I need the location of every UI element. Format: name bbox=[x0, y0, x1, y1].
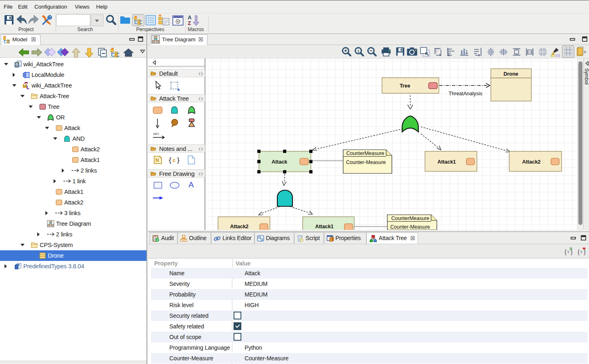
svg-text:CounterMeasure: CounterMeasure bbox=[346, 151, 384, 156]
svg-text:Attack: Attack bbox=[272, 159, 287, 165]
svg-text:Attack2: Attack2 bbox=[522, 159, 540, 165]
svg-text:Z: Z bbox=[188, 20, 191, 26]
svg-text:Counter-Measure: Counter-Measure bbox=[346, 160, 386, 165]
svg-text:Attack1: Attack1 bbox=[315, 224, 333, 229]
svg-text:T: T bbox=[580, 250, 583, 254]
svg-text:{: { bbox=[169, 156, 171, 164]
svg-text:«AT»: «AT» bbox=[153, 133, 159, 135]
svg-text:Attack2: Attack2 bbox=[230, 224, 248, 229]
svg-text:{: { bbox=[578, 248, 580, 255]
svg-text:Drone: Drone bbox=[504, 71, 518, 77]
svg-text:Tree: Tree bbox=[400, 83, 410, 89]
svg-text:c: c bbox=[173, 157, 175, 163]
svg-text:1: 1 bbox=[357, 49, 360, 53]
svg-text:CounterMeasure: CounterMeasure bbox=[391, 216, 429, 221]
svg-text:A: A bbox=[188, 14, 192, 20]
svg-text:{: { bbox=[564, 248, 567, 255]
svg-text:N: N bbox=[155, 157, 159, 163]
svg-text:T: T bbox=[567, 250, 570, 254]
svg-text:Attack1: Attack1 bbox=[437, 159, 456, 165]
svg-text:ThreatAnalysis: ThreatAnalysis bbox=[449, 91, 483, 97]
svg-text:Counter-Measure: Counter-Measure bbox=[390, 224, 430, 230]
svg-text:}: } bbox=[177, 156, 180, 164]
